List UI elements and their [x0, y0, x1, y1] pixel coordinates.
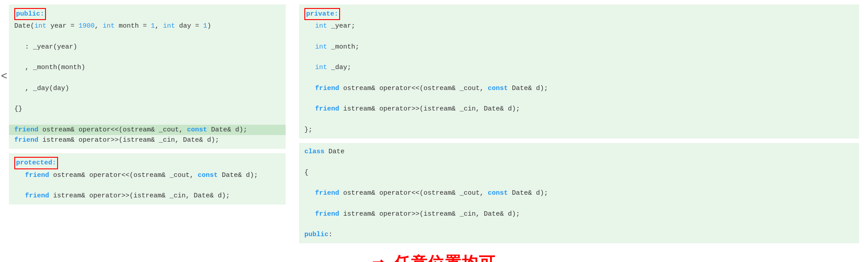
private-code-block: private: int _year; int _month; int _day…	[299, 4, 859, 139]
private-ostream: friend ostream& operator<<(ostream& _cou…	[304, 83, 854, 94]
protected-code-block: protected: friend ostream& operator<<(os…	[9, 153, 286, 205]
private-closing-brace: };	[304, 125, 854, 135]
private-month: int _month;	[304, 42, 854, 52]
code-line-brace: {}	[14, 104, 280, 114]
left-chevron-icon: <	[1, 69, 7, 85]
class-header: class Date	[304, 147, 854, 157]
private-istream: friend istream& operator>>(istream& _cin…	[304, 104, 854, 114]
private-label: private:	[304, 8, 340, 20]
class-ostream: friend ostream& operator<<(ostream& _cou…	[304, 188, 854, 198]
class-istream: friend istream& operator>>(istream& _cin…	[304, 209, 854, 219]
highlight-line-ostream: friend ostream& operator<<(ostream& _cou…	[9, 125, 286, 135]
protected-ostream-line: friend ostream& operator<<(ostream& _cou…	[14, 170, 280, 180]
arrow-icon: ⇒	[372, 253, 385, 262]
code-line-istream: friend istream& operator>>(istream& _cin…	[14, 135, 280, 145]
code-line-month: , _month(month)	[14, 62, 280, 73]
code-line-year: : _year(year)	[14, 42, 280, 52]
public-label: public:	[14, 8, 46, 20]
arrow-section: ⇒ 任意位置均可	[0, 248, 868, 262]
private-day: int _day;	[304, 62, 854, 73]
public-code-block: public: Date(int year = 1900, int month …	[9, 4, 286, 149]
left-panel: public: Date(int year = 1900, int month …	[9, 4, 286, 243]
arrow-text: 任意位置均可	[394, 252, 496, 262]
protected-label: protected:	[14, 157, 58, 169]
right-panel: private: int _year; int _month; int _day…	[299, 4, 859, 243]
class-public: public:	[304, 229, 854, 240]
protected-istream-line: friend istream& operator>>(istream& _cin…	[14, 191, 280, 201]
code-line-day: , _day(day)	[14, 83, 280, 94]
code-line-date: Date(int year = 1900, int month = 1, int…	[14, 21, 280, 31]
class-code-block: class Date { friend ostream& operator<<(…	[299, 143, 859, 243]
class-open-brace: {	[304, 168, 854, 178]
private-year: int _year;	[304, 21, 854, 31]
